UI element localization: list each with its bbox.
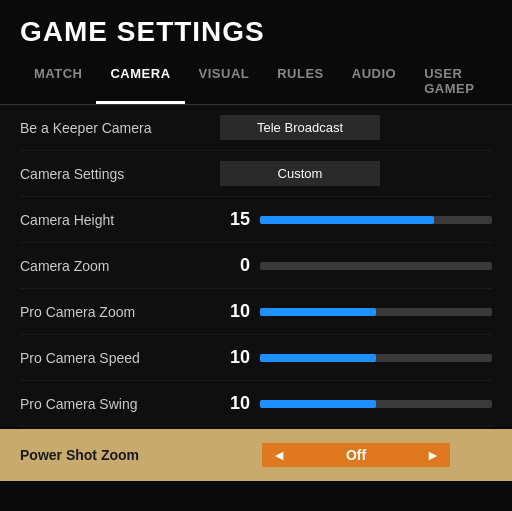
slider-bg-pro-camera-zoom [260, 308, 492, 316]
setting-value-be-a-keeper-camera: Tele Broadcast [220, 115, 492, 140]
highlighted-value-power-shot-zoom: Off [296, 443, 416, 467]
setting-value-camera-settings: Custom [220, 161, 492, 186]
slider-bg-camera-zoom [260, 262, 492, 270]
slider-fill-pro-camera-swing [260, 400, 376, 408]
setting-label-be-a-keeper-camera: Be a Keeper Camera [20, 120, 220, 136]
right-arrow-button[interactable]: ► [416, 443, 450, 467]
setting-value-camera-zoom: 0 [220, 255, 492, 276]
tab-rules[interactable]: RULES [263, 58, 338, 104]
highlighted-row-power-shot-zoom: Power Shot Zoom ◄ Off ► [0, 429, 512, 481]
slider-num-camera-zoom: 0 [220, 255, 250, 276]
value-box-be-a-keeper-camera[interactable]: Tele Broadcast [220, 115, 380, 140]
slider-num-pro-camera-swing: 10 [220, 393, 250, 414]
setting-row-camera-settings: Camera Settings Custom [20, 151, 492, 197]
content-area: Be a Keeper Camera Tele Broadcast Camera… [0, 105, 512, 427]
slider-bg-pro-camera-speed [260, 354, 492, 362]
slider-track-camera-height[interactable] [260, 212, 492, 228]
slider-track-pro-camera-zoom[interactable] [260, 304, 492, 320]
highlighted-control-power-shot-zoom: ◄ Off ► [220, 443, 492, 467]
setting-value-camera-height: 15 [220, 209, 492, 230]
setting-label-pro-camera-speed: Pro Camera Speed [20, 350, 220, 366]
setting-label-camera-settings: Camera Settings [20, 166, 220, 182]
tab-audio[interactable]: AUDIO [338, 58, 410, 104]
highlighted-label-power-shot-zoom: Power Shot Zoom [20, 447, 220, 463]
page-title: GAME SETTINGS [0, 0, 512, 58]
setting-value-pro-camera-swing: 10 [220, 393, 492, 414]
setting-label-pro-camera-swing: Pro Camera Swing [20, 396, 220, 412]
slider-num-camera-height: 15 [220, 209, 250, 230]
setting-value-pro-camera-zoom: 10 [220, 301, 492, 322]
slider-bg-camera-height [260, 216, 492, 224]
left-arrow-button[interactable]: ◄ [262, 443, 296, 467]
setting-label-camera-zoom: Camera Zoom [20, 258, 220, 274]
slider-track-pro-camera-speed[interactable] [260, 350, 492, 366]
slider-fill-pro-camera-speed [260, 354, 376, 362]
slider-fill-camera-height [260, 216, 434, 224]
tabs-bar: MATCH CAMERA VISUAL RULES AUDIO USER GAM… [0, 58, 512, 105]
setting-label-camera-height: Camera Height [20, 212, 220, 228]
slider-fill-pro-camera-zoom [260, 308, 376, 316]
setting-row-camera-zoom: Camera Zoom 0 [20, 243, 492, 289]
value-box-camera-settings[interactable]: Custom [220, 161, 380, 186]
tab-match[interactable]: MATCH [20, 58, 96, 104]
slider-bg-pro-camera-swing [260, 400, 492, 408]
slider-num-pro-camera-zoom: 10 [220, 301, 250, 322]
setting-row-pro-camera-zoom: Pro Camera Zoom 10 [20, 289, 492, 335]
setting-row-camera-height: Camera Height 15 [20, 197, 492, 243]
setting-label-pro-camera-zoom: Pro Camera Zoom [20, 304, 220, 320]
slider-num-pro-camera-speed: 10 [220, 347, 250, 368]
tab-user-gamep[interactable]: USER GAMEP [410, 58, 492, 104]
slider-track-camera-zoom[interactable] [260, 258, 492, 274]
setting-row-pro-camera-swing: Pro Camera Swing 10 [20, 381, 492, 427]
tab-visual[interactable]: VISUAL [185, 58, 264, 104]
setting-row-pro-camera-speed: Pro Camera Speed 10 [20, 335, 492, 381]
tab-camera[interactable]: CAMERA [96, 58, 184, 104]
setting-value-pro-camera-speed: 10 [220, 347, 492, 368]
slider-track-pro-camera-swing[interactable] [260, 396, 492, 412]
setting-row-be-a-keeper-camera: Be a Keeper Camera Tele Broadcast [20, 105, 492, 151]
